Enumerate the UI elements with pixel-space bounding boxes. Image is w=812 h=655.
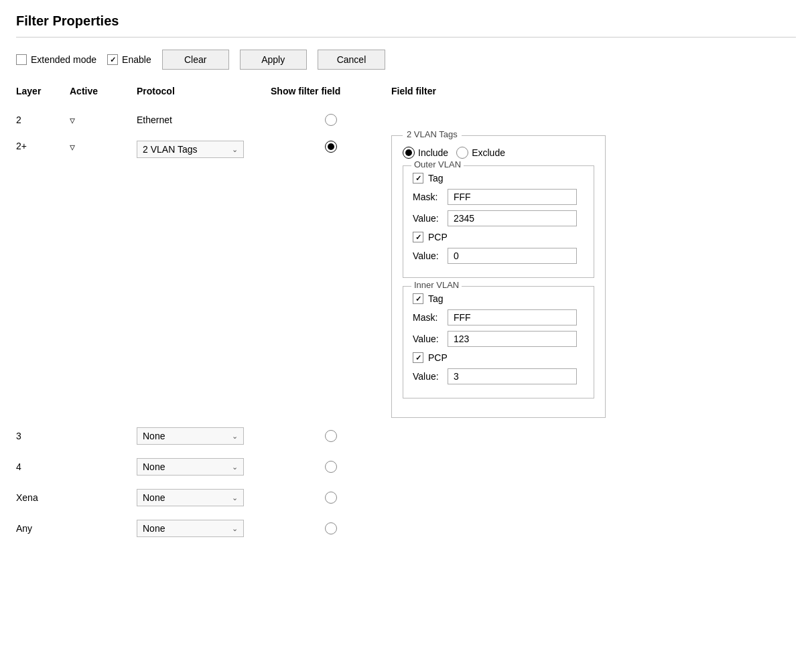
layer-xena-cell: Xena — [16, 490, 70, 506]
layer-4-cell: 4 — [16, 459, 70, 475]
active-4-cell — [70, 464, 137, 469]
protocol-dropdown-any[interactable]: None ⌄ — [137, 520, 244, 537]
outer-pcp-value-row: Value: — [413, 248, 584, 264]
inner-tag-row: Tag — [413, 293, 584, 304]
inner-mask-label: Mask: — [413, 312, 441, 323]
show-filter-radio-4[interactable] — [325, 461, 337, 473]
show-filter-radio-xena[interactable] — [325, 492, 337, 504]
protocol-dropdown-2plus[interactable]: 2 VLAN Tags ⌄ — [137, 141, 244, 158]
outer-vlan-section: Outer VLAN Tag Mask: Value: — [403, 165, 594, 278]
table-row: Any None ⌄ — [16, 513, 796, 544]
page-title: Filter Properties — [16, 13, 796, 29]
extended-mode-item: Extended mode — [16, 54, 96, 65]
outer-tag-checkbox[interactable] — [413, 173, 423, 184]
inner-tag-value-input[interactable] — [448, 331, 577, 347]
col-protocol: Protocol — [137, 86, 271, 96]
inner-tag-checkbox[interactable] — [413, 293, 423, 304]
panel-legend: 2 VLAN Tags — [403, 129, 462, 139]
inner-vlan-legend: Inner VLAN — [411, 280, 462, 290]
outer-mask-input[interactable] — [448, 189, 577, 205]
field-filter-xena-cell — [391, 495, 796, 500]
chevron-down-icon-any: ⌄ — [232, 524, 238, 533]
exclude-radio-label[interactable]: Exclude — [456, 147, 505, 159]
field-filter-2-cell — [391, 117, 796, 123]
include-radio-label[interactable]: Include — [403, 147, 448, 159]
table-row: Xena None ⌄ — [16, 482, 796, 513]
show-filter-xena-cell — [271, 489, 391, 506]
chevron-down-icon: ⌄ — [232, 145, 238, 154]
include-exclude-row: Include Exclude — [403, 147, 594, 159]
active-xena-cell — [70, 495, 137, 500]
protocol-2plus-cell: 2 VLAN Tags ⌄ — [137, 135, 271, 161]
include-radio[interactable] — [403, 147, 415, 159]
inner-pcp-label: PCP — [428, 352, 448, 363]
chevron-down-icon-4: ⌄ — [232, 463, 238, 471]
filter-icon: ▿ — [70, 114, 75, 127]
outer-tag-label: Tag — [428, 173, 444, 184]
inner-pcp-row: PCP — [413, 352, 584, 363]
show-filter-radio-2plus[interactable] — [325, 141, 337, 153]
enable-label: Enable — [122, 54, 151, 65]
table-row: 2+ ▿ 2 VLAN Tags ⌄ 2 VLAN Tags — [16, 135, 796, 421]
inner-pcp-value-row: Value: — [413, 368, 584, 384]
col-active: Active — [70, 86, 137, 96]
show-filter-2plus-cell — [271, 135, 391, 155]
active-2plus-cell: ▿ — [70, 135, 137, 156]
outer-value-label: Value: — [413, 213, 441, 224]
exclude-radio[interactable] — [456, 147, 468, 159]
toolbar: Extended mode Enable Clear Apply Cancel — [16, 50, 796, 70]
cancel-button[interactable]: Cancel — [318, 50, 386, 70]
outer-pcp-value-label: Value: — [413, 250, 441, 261]
inner-pcp-checkbox[interactable] — [413, 352, 423, 363]
extended-mode-checkbox[interactable] — [16, 54, 27, 65]
show-filter-radio-2[interactable] — [325, 114, 337, 126]
protocol-dropdown-3[interactable]: None ⌄ — [137, 427, 244, 445]
active-3-cell — [70, 433, 137, 439]
active-2-cell: ▿ — [70, 111, 137, 129]
col-field-filter: Field filter — [391, 86, 796, 96]
layer-2plus-cell: 2+ — [16, 135, 70, 154]
clear-button[interactable]: Clear — [162, 50, 229, 70]
enable-item: Enable — [107, 54, 151, 65]
show-filter-radio-any[interactable] — [325, 522, 337, 534]
protocol-xena-cell: None ⌄ — [137, 486, 271, 509]
outer-pcp-row: PCP — [413, 232, 584, 242]
protocol-dropdown-xena[interactable]: None ⌄ — [137, 489, 244, 506]
inner-vlan-section: Inner VLAN Tag Mask: Value: — [403, 286, 594, 398]
col-show-filter-field: Show filter field — [271, 86, 391, 96]
inner-mask-input[interactable] — [448, 309, 577, 325]
protocol-dropdown-4[interactable]: None ⌄ — [137, 458, 244, 476]
protocol-2-cell: Ethernet — [137, 112, 271, 128]
inner-pcp-value-label: Value: — [413, 371, 441, 382]
enable-checkbox[interactable] — [107, 54, 118, 65]
table-body: 2 ▿ Ethernet 2+ ▿ 2 VLAN Tags — [16, 104, 796, 544]
filter-icon-2plus: ▿ — [70, 141, 75, 153]
inner-value-row: Value: — [413, 331, 584, 347]
include-label: Include — [418, 147, 448, 158]
chevron-down-icon-xena: ⌄ — [232, 494, 238, 502]
main-table: Layer Active Protocol Show filter field … — [16, 86, 796, 544]
title-divider — [16, 37, 796, 38]
layer-any-cell: Any — [16, 520, 70, 536]
exclude-label: Exclude — [472, 147, 505, 158]
field-filter-4-cell — [391, 464, 796, 469]
layer-3-cell: 3 — [16, 428, 70, 444]
protocol-4-cell: None ⌄ — [137, 455, 271, 478]
protocol-3-cell: None ⌄ — [137, 425, 271, 447]
outer-pcp-checkbox[interactable] — [413, 232, 423, 242]
outer-pcp-value-input[interactable] — [448, 248, 577, 264]
apply-button[interactable]: Apply — [240, 50, 307, 70]
inner-value-label: Value: — [413, 334, 441, 344]
show-filter-any-cell — [271, 520, 391, 537]
outer-tag-value-input[interactable] — [448, 210, 577, 226]
show-filter-2-cell — [271, 111, 391, 129]
table-row: 3 None ⌄ — [16, 421, 796, 451]
field-filter-any-cell — [391, 526, 796, 531]
inner-pcp-value-input[interactable] — [448, 368, 577, 384]
show-filter-3-cell — [271, 427, 391, 445]
field-filter-panel: 2 VLAN Tags Include Exclude — [391, 135, 606, 418]
show-filter-radio-3[interactable] — [325, 430, 337, 442]
outer-tag-row: Tag — [413, 173, 584, 184]
table-row: 4 None ⌄ — [16, 451, 796, 482]
outer-value-row: Value: — [413, 210, 584, 226]
